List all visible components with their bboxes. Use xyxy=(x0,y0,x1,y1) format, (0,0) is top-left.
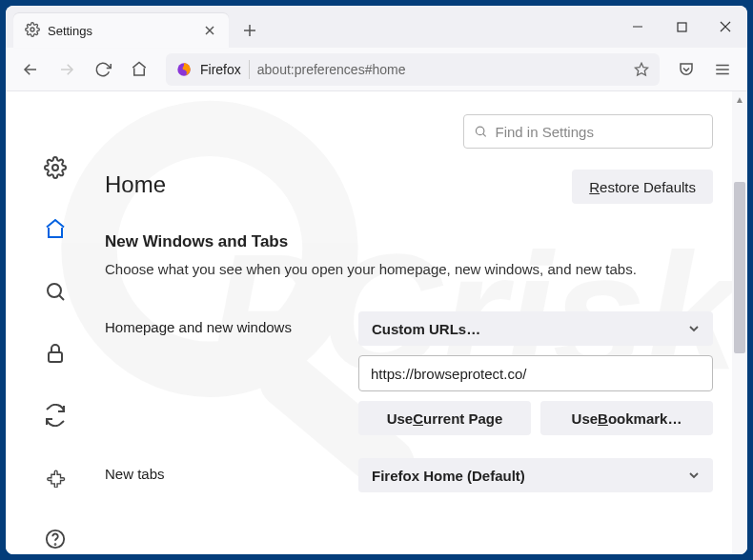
tab-settings[interactable]: Settings xyxy=(13,13,229,48)
homepage-mode-select[interactable]: Custom URLs… xyxy=(358,311,713,346)
svg-line-21 xyxy=(59,295,64,300)
sidebar-item-help[interactable] xyxy=(39,523,71,554)
sidebar-item-general[interactable] xyxy=(39,152,71,184)
svg-point-24 xyxy=(55,544,56,545)
restore-defaults-button[interactable]: Restore Defaults xyxy=(572,170,713,204)
reload-button[interactable] xyxy=(88,54,118,85)
tab-strip: Settings xyxy=(6,6,747,48)
svg-point-20 xyxy=(48,284,61,297)
homepage-url-input[interactable] xyxy=(358,355,713,391)
sidebar-item-sync[interactable] xyxy=(39,399,71,430)
app-menu-button[interactable] xyxy=(707,54,738,85)
sidebar-item-search[interactable] xyxy=(39,276,71,308)
settings-sidebar xyxy=(6,91,105,554)
tab-title: Settings xyxy=(48,24,92,38)
settings-main: Home Restore Defaults New Windows and Ta… xyxy=(105,91,747,554)
newtabs-select[interactable]: Firefox Home (Default) xyxy=(358,458,713,492)
urlbar-url: about:preferences#home xyxy=(257,62,625,77)
chevron-down-icon xyxy=(688,468,700,484)
firefox-icon xyxy=(175,61,193,78)
urlbar-separator xyxy=(249,60,250,79)
home-nav-button[interactable] xyxy=(124,54,154,85)
pocket-button[interactable] xyxy=(671,54,702,85)
url-bar[interactable]: Firefox about:preferences#home xyxy=(166,53,660,86)
forward-button[interactable] xyxy=(51,54,82,85)
sidebar-item-extensions[interactable] xyxy=(39,461,71,492)
bookmark-star-icon[interactable] xyxy=(633,61,650,78)
close-window-button[interactable] xyxy=(703,6,747,48)
find-in-settings[interactable] xyxy=(463,114,713,149)
nav-toolbar: Firefox about:preferences#home xyxy=(6,48,747,91)
maximize-button[interactable] xyxy=(660,6,703,48)
sidebar-item-privacy[interactable] xyxy=(39,338,71,370)
svg-point-25 xyxy=(476,127,483,134)
section-desc: Choose what you see when you open your h… xyxy=(105,261,713,277)
close-tab-icon[interactable] xyxy=(202,23,217,38)
back-button[interactable] xyxy=(15,54,46,85)
svg-marker-12 xyxy=(635,63,647,75)
gear-icon xyxy=(25,22,40,40)
search-icon xyxy=(474,124,488,139)
section-title: New Windows and Tabs xyxy=(105,232,713,251)
scrollbar-up-arrow[interactable]: ▲ xyxy=(732,91,747,107)
find-in-settings-input[interactable] xyxy=(496,124,703,140)
chevron-down-icon xyxy=(688,321,700,337)
homepage-mode-value: Custom URLs… xyxy=(372,321,480,337)
use-bookmark-button[interactable]: Use Bookmark… xyxy=(540,401,713,435)
svg-rect-22 xyxy=(49,352,62,362)
svg-line-26 xyxy=(483,133,486,136)
scrollbar-thumb[interactable] xyxy=(734,182,745,353)
svg-point-0 xyxy=(31,28,34,31)
newtabs-value: Firefox Home (Default) xyxy=(372,468,525,484)
minimize-button[interactable] xyxy=(616,6,660,48)
svg-rect-6 xyxy=(678,23,686,31)
use-current-page-button[interactable]: Use Current Page xyxy=(358,401,531,435)
content-area: PCrisk.com Home xyxy=(6,91,747,554)
homepage-label: Homepage and new windows xyxy=(105,311,358,335)
svg-point-19 xyxy=(52,165,58,170)
window-controls xyxy=(616,6,747,48)
sidebar-item-home[interactable] xyxy=(39,214,71,246)
newtabs-label: New tabs xyxy=(105,458,358,482)
new-tab-button[interactable] xyxy=(234,15,265,46)
vertical-scrollbar[interactable]: ▲ xyxy=(732,91,747,554)
urlbar-brand: Firefox xyxy=(200,62,241,77)
